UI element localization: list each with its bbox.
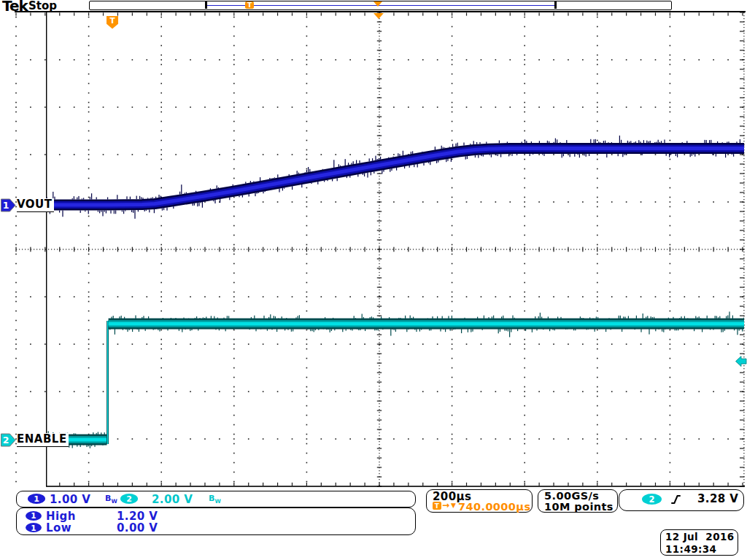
waveform-vout[interactable] — [46, 136, 745, 219]
datetime-box: 12 Jul 2016 11:49:34 — [660, 529, 738, 556]
ch1-bandwidth-icon: BW — [105, 494, 117, 505]
ch1-badge[interactable]: 1 — [28, 494, 45, 504]
meas1-name: High — [46, 510, 76, 523]
meas2-value: 0.00 V — [117, 521, 158, 534]
record-trigger-marker-icon: T — [245, 1, 254, 9]
ch2-bandwidth-icon: BW — [209, 494, 221, 505]
svg-text:1: 1 — [3, 200, 9, 211]
trigger-source-badge[interactable]: 2 — [642, 494, 662, 505]
record-expansion-point-icon — [374, 1, 382, 7]
ch2-position-marker[interactable]: 2 — [1, 434, 16, 446]
trigger-readout-box[interactable]: 2 3.28 V — [619, 489, 744, 511]
delay-expansion-icon: ▼ — [451, 502, 456, 509]
meas1-channel-badge: 1 — [26, 511, 42, 521]
ch2-badge[interactable]: 2 — [120, 494, 138, 504]
meas2-channel-badge: 1 — [26, 523, 42, 532]
ch1-position-marker[interactable]: 1 — [1, 199, 16, 211]
delay-arrow-icon: → — [442, 500, 449, 510]
trigger-level: 3.28 V — [697, 492, 738, 505]
svg-text:2: 2 — [3, 435, 9, 446]
horizontal-delay: 740.0000µs — [458, 501, 530, 513]
meas2-name: Low — [46, 521, 71, 534]
graticule-top-frame — [15, 11, 746, 13]
delay-trigger-icon: T — [433, 502, 441, 510]
time-text: 11:49:34 — [665, 543, 716, 555]
horizontal-readout-box[interactable]: 200µs T → ▼ 740.0000µs — [426, 489, 533, 513]
meas1-value: 1.20 V — [117, 510, 158, 523]
measurement-box[interactable]: 1 High 1.20 V 1 Low 0.00 V — [16, 508, 416, 535]
record-window-right-bracket — [554, 1, 557, 9]
expansion-point-icon — [374, 13, 384, 19]
ch2-waveform-label[interactable]: ENABLE — [17, 433, 69, 447]
ch1-scale: 1.00 V — [50, 493, 90, 506]
ch2-scale: 2.00 V — [152, 493, 193, 506]
graticule: 12 — [0, 0, 747, 560]
date-text: 12 Jul 2016 — [665, 531, 735, 542]
trigger-level-arrow[interactable] — [736, 357, 747, 367]
ch1-waveform-label[interactable]: VOUT — [17, 198, 54, 212]
record-view-bar[interactable]: T — [89, 1, 672, 10]
record-length: 10M points — [544, 501, 614, 513]
channel-readout-box[interactable]: 1 1.00 V BW 2 2.00 V BW — [16, 491, 416, 508]
waveform-enable[interactable] — [47, 311, 745, 448]
oscilloscope-screen: 12 Tek Stop T T VOUT ENABLE 1 1.00 V BW … — [0, 0, 747, 560]
graticule-grid — [15, 12, 745, 486]
rising-edge-icon — [670, 493, 683, 506]
acquisition-readout-box[interactable]: 5.00GS/s 10M points — [538, 489, 618, 513]
